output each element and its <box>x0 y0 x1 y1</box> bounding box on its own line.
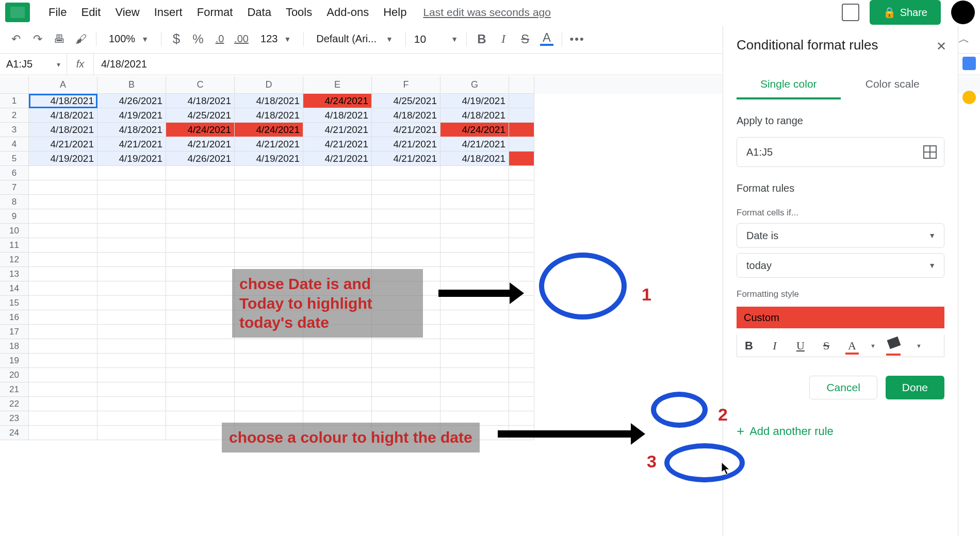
cell[interactable] <box>509 397 534 411</box>
cell[interactable] <box>372 224 440 238</box>
cell[interactable] <box>235 397 303 411</box>
row-header[interactable]: 10 <box>0 224 29 238</box>
row-header[interactable]: 5 <box>0 152 29 166</box>
cell[interactable] <box>509 238 534 253</box>
cell[interactable] <box>29 166 97 180</box>
cell[interactable] <box>372 180 440 195</box>
menu-insert[interactable]: Insert <box>147 3 190 22</box>
cell[interactable] <box>509 411 534 426</box>
row-header[interactable]: 20 <box>0 368 29 382</box>
menu-tools[interactable]: Tools <box>279 3 319 22</box>
cell[interactable] <box>509 137 534 152</box>
cell[interactable] <box>303 180 372 195</box>
cell[interactable]: 4/24/2021 <box>440 123 509 137</box>
cell[interactable]: 4/18/2021 <box>440 152 509 166</box>
row-header[interactable]: 2 <box>0 108 29 123</box>
cell[interactable]: 4/25/2021 <box>166 108 235 123</box>
cell[interactable] <box>166 267 235 281</box>
cell[interactable] <box>372 166 440 180</box>
cell[interactable]: 4/24/2021 <box>235 123 303 137</box>
cell[interactable]: 4/21/2021 <box>303 123 372 137</box>
cell[interactable] <box>372 238 440 253</box>
cell[interactable] <box>166 368 235 382</box>
menu-help[interactable]: Help <box>376 3 414 22</box>
row-header[interactable]: 23 <box>0 411 29 426</box>
cell[interactable] <box>97 195 166 209</box>
row-header[interactable]: 11 <box>0 238 29 253</box>
cell[interactable] <box>166 195 235 209</box>
style-italic-icon[interactable]: I <box>767 339 782 353</box>
cell[interactable]: 4/18/2021 <box>303 108 372 123</box>
cell[interactable]: 4/21/2021 <box>97 137 166 152</box>
cell[interactable] <box>303 238 372 253</box>
cell[interactable] <box>440 382 509 397</box>
cell[interactable] <box>372 397 440 411</box>
cell[interactable] <box>97 339 166 354</box>
cell[interactable] <box>440 397 509 411</box>
cell[interactable] <box>303 368 372 382</box>
cell[interactable] <box>29 209 97 224</box>
cell[interactable] <box>235 339 303 354</box>
column-header[interactable]: C <box>166 76 235 94</box>
cell[interactable] <box>166 253 235 267</box>
cell[interactable] <box>303 166 372 180</box>
cell[interactable] <box>97 382 166 397</box>
cell[interactable] <box>509 339 534 354</box>
cell[interactable] <box>166 382 235 397</box>
row-header[interactable]: 12 <box>0 253 29 267</box>
text-color-icon[interactable]: A <box>540 32 553 46</box>
cell[interactable] <box>303 382 372 397</box>
cell[interactable] <box>235 368 303 382</box>
column-header[interactable]: B <box>97 76 166 94</box>
cell[interactable] <box>97 426 166 440</box>
cell[interactable]: 4/18/2021 <box>440 108 509 123</box>
last-edit-link[interactable]: Last edit was seconds ago <box>423 6 551 19</box>
cell[interactable]: 4/24/2021 <box>303 94 372 108</box>
font-select[interactable]: Default (Ari...▼ <box>312 33 397 45</box>
cell[interactable] <box>29 426 97 440</box>
cell[interactable]: 4/18/2021 <box>97 123 166 137</box>
strikethrough-icon[interactable]: S <box>518 32 532 46</box>
style-bold-icon[interactable]: B <box>741 339 757 353</box>
cell[interactable] <box>235 166 303 180</box>
cell[interactable] <box>509 354 534 368</box>
paint-format-icon[interactable]: 🖌 <box>74 32 88 46</box>
cell[interactable] <box>440 224 509 238</box>
cell[interactable] <box>29 267 97 281</box>
undo-icon[interactable]: ↶ <box>9 32 23 46</box>
cell[interactable] <box>97 411 166 426</box>
done-button[interactable]: Done <box>886 376 944 399</box>
cell[interactable] <box>440 310 509 325</box>
cell[interactable] <box>372 195 440 209</box>
cell[interactable] <box>166 281 235 296</box>
cell[interactable]: 4/18/2021 <box>166 94 235 108</box>
cell[interactable] <box>97 209 166 224</box>
cell[interactable] <box>440 253 509 267</box>
increase-decimal-icon[interactable]: .00 <box>235 32 248 46</box>
cell[interactable] <box>509 310 534 325</box>
cell[interactable] <box>440 339 509 354</box>
style-text-color-icon[interactable]: A <box>844 339 860 353</box>
row-header[interactable]: 1 <box>0 94 29 108</box>
cell[interactable]: 4/26/2021 <box>166 152 235 166</box>
keep-addon-icon[interactable] <box>962 91 976 104</box>
cell[interactable] <box>372 368 440 382</box>
name-box[interactable]: A1:J5▾ <box>0 54 67 75</box>
cell[interactable]: 4/19/2021 <box>97 108 166 123</box>
cell[interactable] <box>440 180 509 195</box>
cell[interactable] <box>509 123 534 137</box>
cell[interactable]: 4/18/2021 <box>29 94 97 108</box>
column-header[interactable]: E <box>303 76 372 94</box>
cell[interactable] <box>97 368 166 382</box>
add-rule-button[interactable]: + Add another rule <box>737 423 944 439</box>
percent-icon[interactable]: % <box>191 32 205 46</box>
zoom-select[interactable]: 100%▼ <box>105 33 153 45</box>
cell[interactable] <box>303 339 372 354</box>
cell[interactable] <box>440 296 509 310</box>
cell[interactable]: 4/21/2021 <box>372 137 440 152</box>
cell[interactable] <box>509 368 534 382</box>
cell[interactable] <box>235 195 303 209</box>
menu-format[interactable]: Format <box>190 3 240 22</box>
redo-icon[interactable]: ↷ <box>31 32 44 46</box>
cell[interactable]: 4/19/2021 <box>235 152 303 166</box>
